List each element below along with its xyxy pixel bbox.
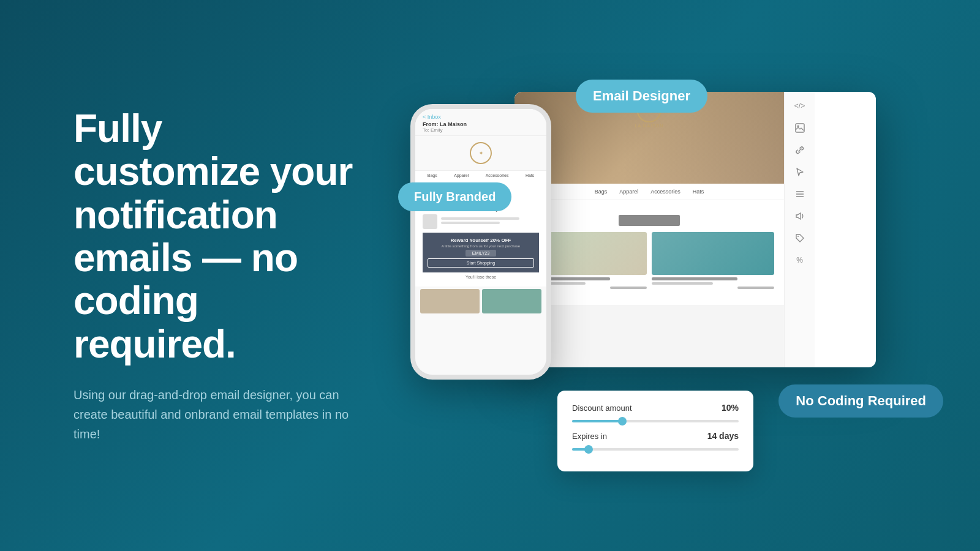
desktop-logo-text: LA MAISON <box>635 124 664 128</box>
phone-back-text: < Inbox <box>423 114 539 120</box>
phone-logo-area: ✦ <box>415 136 546 171</box>
left-content: Fully customize your notification emails… <box>0 58 404 493</box>
discount-slider-track[interactable] <box>572 420 739 422</box>
megaphone-icon[interactable] <box>793 209 807 223</box>
desktop-email-preview: ✦ LA MAISON Bags Apparel Accessories Hat… <box>514 92 784 367</box>
phone-item-row <box>423 214 539 229</box>
desktop-content-area <box>514 200 784 305</box>
phone-logo-text: ✦ <box>479 151 483 156</box>
expires-slider-thumb[interactable] <box>584 445 593 454</box>
desktop-nav-bags: Bags <box>595 189 608 195</box>
desktop-line-price-2 <box>737 287 774 289</box>
phone-to: To: Emily <box>423 127 539 133</box>
cursor-icon[interactable] <box>793 165 807 179</box>
phone-product-1 <box>420 289 480 313</box>
phone-line-2 <box>441 222 500 224</box>
phone-nav-accessories: Accessories <box>486 173 509 178</box>
phone-bottom-products <box>415 287 546 316</box>
phone-promo-code: EMILY23 <box>466 250 496 257</box>
link-icon[interactable] <box>793 143 807 157</box>
phone-will-lose: You'll lose these <box>423 272 539 282</box>
subtext: Using our drag-and-drop email designer, … <box>74 385 355 444</box>
expires-in-label: Expires in <box>572 432 607 441</box>
headline: Fully customize your notification emails… <box>74 107 355 365</box>
phone-nav: Bags Apparel Accessories Hats <box>415 171 546 180</box>
phone-header: < Inbox From: La Maison To: Emily <box>415 109 546 136</box>
phone-logo-circle: ✦ <box>470 142 492 164</box>
desktop-product-image-2 <box>652 232 774 275</box>
phone-nav-hats: Hats <box>526 173 534 178</box>
tag-icon[interactable] <box>793 231 807 245</box>
phone-product-2 <box>482 289 541 313</box>
desktop-line-light-2 <box>652 282 713 285</box>
desktop-mockup: ✦ LA MAISON Bags Apparel Accessories Hat… <box>514 92 876 367</box>
discount-slider-fill <box>572 420 622 422</box>
discount-panel: Discount amount 10% Expires in 14 days <box>557 391 753 471</box>
phone-promo-sub: A little something from us for your next… <box>428 244 534 248</box>
code-icon[interactable]: </> <box>793 99 807 113</box>
email-designer-badge: Email Designer <box>576 80 707 113</box>
phone-item-lines <box>441 217 539 226</box>
phone-shop-btn: Start Shopping <box>428 258 534 268</box>
desktop-nav-accessories: Accessories <box>650 189 680 195</box>
desktop-nav-apparel: Apparel <box>619 189 638 195</box>
expires-slider-track[interactable] <box>572 448 739 451</box>
desktop-nav-bar: Bags Apparel Accessories Hats <box>514 184 784 200</box>
expires-in-row: Expires in 14 days <box>572 431 739 441</box>
phone-from: From: La Maison <box>423 121 539 127</box>
main-container: Fully customize your notification emails… <box>0 0 980 551</box>
image-icon[interactable] <box>793 121 807 135</box>
phone-promo-title: Reward Yourself 20% OFF <box>428 238 534 243</box>
percent-icon[interactable]: % <box>793 253 807 267</box>
phone-promo: Reward Yourself 20% OFF A little somethi… <box>423 233 539 272</box>
discount-amount-row: Discount amount 10% <box>572 403 739 413</box>
phone-line-1 <box>441 217 519 220</box>
discount-slider-thumb[interactable] <box>618 417 627 425</box>
phone-item-image <box>423 214 437 229</box>
desktop-product-card-2 <box>652 232 774 289</box>
desktop-product-row <box>524 232 774 289</box>
svg-rect-0 <box>796 124 804 132</box>
desktop-nav-hats: Hats <box>693 189 704 195</box>
desktop-product-lines-2 <box>652 277 774 289</box>
desktop-line-price-1 <box>610 287 647 289</box>
desktop-sidebar: </> % <box>784 92 815 367</box>
phone-screen: < Inbox From: La Maison To: Emily ✦ Bags… <box>415 109 546 375</box>
phone-nav-apparel: Apparel <box>454 173 469 178</box>
phone-mockup: < Inbox From: La Maison To: Emily ✦ Bags… <box>410 104 551 380</box>
list-icon[interactable] <box>793 187 807 201</box>
discount-amount-label: Discount amount <box>572 403 632 413</box>
desktop-button-block <box>619 215 680 226</box>
svg-point-5 <box>797 236 799 237</box>
expires-in-value: 14 days <box>707 431 739 441</box>
discount-amount-value: 10% <box>722 403 739 413</box>
phone-email-content: ✦ Bags Apparel Accessories Hats Thank yo… <box>415 136 546 375</box>
desktop-line-dark-2 <box>652 277 737 280</box>
no-coding-badge: No Coding Required <box>778 384 943 418</box>
right-content: Email Designer Fully Branded No Coding R… <box>404 0 980 551</box>
phone-nav-bags: Bags <box>428 173 437 178</box>
svg-point-1 <box>797 126 799 127</box>
fully-branded-badge: Fully Branded <box>398 182 511 211</box>
